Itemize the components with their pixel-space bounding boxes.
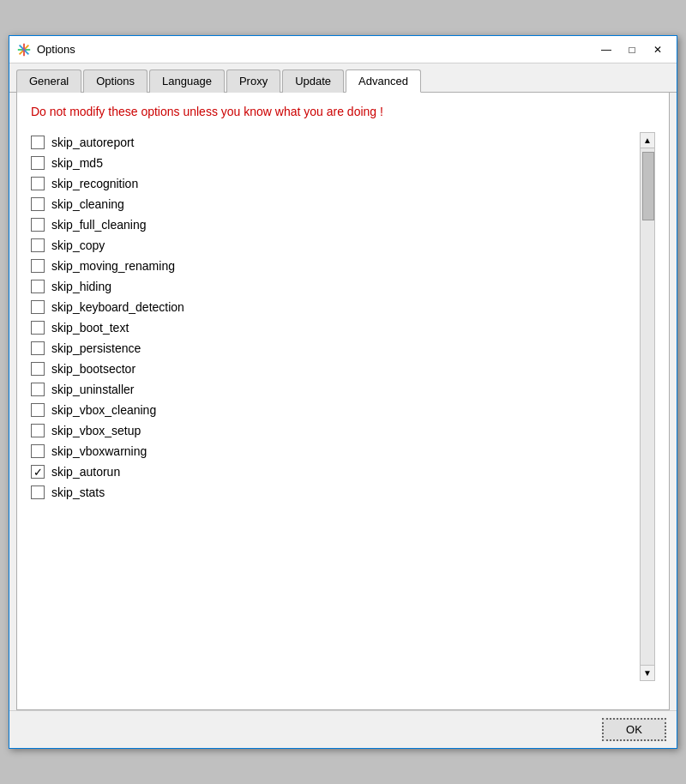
tab-advanced[interactable]: Advanced	[346, 69, 421, 93]
option-item-skip_bootsector: skip_bootsector	[31, 359, 636, 379]
option-label-skip_stats: skip_stats	[51, 485, 105, 499]
scrollbar-down-button[interactable]: ▼	[641, 665, 654, 680]
option-label-skip_copy: skip_copy	[51, 238, 105, 252]
option-item-skip_copy: skip_copy	[31, 235, 636, 256]
option-label-skip_keyboard_detection: skip_keyboard_detection	[51, 300, 184, 314]
option-label-skip_hiding: skip_hiding	[51, 280, 111, 293]
option-item-skip_hiding: skip_hiding	[31, 276, 636, 297]
option-item-skip_autoreport: skip_autoreport	[31, 132, 636, 153]
tab-proxy[interactable]: Proxy	[226, 69, 280, 93]
maximize-button[interactable]: □	[620, 41, 644, 58]
content-area: Do not modify these options unless you k…	[16, 93, 670, 710]
checkbox-skip_persistence[interactable]	[31, 341, 45, 355]
option-label-skip_bootsector: skip_bootsector	[51, 362, 135, 376]
checkbox-skip_vboxwarning[interactable]	[31, 444, 45, 458]
option-label-skip_uninstaller: skip_uninstaller	[51, 383, 135, 396]
scrollbar-up-button[interactable]: ▲	[641, 133, 654, 148]
app-icon	[16, 42, 32, 57]
tab-options[interactable]: Options	[83, 69, 147, 93]
title-bar-left: Options	[16, 42, 75, 57]
scrollbar-thumb[interactable]	[642, 152, 654, 220]
option-item-skip_keyboard_detection: skip_keyboard_detection	[31, 297, 636, 317]
checkbox-skip_md5[interactable]	[31, 156, 45, 170]
options-list: skip_autoreportskip_md5skip_recognitions…	[31, 132, 640, 681]
checkbox-skip_vbox_setup[interactable]	[31, 424, 45, 437]
option-label-skip_md5: skip_md5	[51, 156, 103, 170]
option-label-skip_moving_renaming: skip_moving_renaming	[51, 259, 175, 273]
options-scroll-container: skip_autoreportskip_md5skip_recognitions…	[31, 132, 655, 681]
close-button[interactable]: ✕	[646, 41, 670, 58]
window-title: Options	[37, 43, 75, 56]
checkbox-skip_autorun[interactable]	[31, 465, 45, 479]
minimize-button[interactable]: —	[594, 41, 618, 58]
checkbox-skip_boot_text[interactable]	[31, 321, 45, 335]
option-item-skip_cleaning: skip_cleaning	[31, 194, 636, 214]
warning-text: Do not modify these options unless you k…	[31, 105, 655, 118]
checkbox-skip_uninstaller[interactable]	[31, 383, 45, 396]
option-label-skip_boot_text: skip_boot_text	[51, 321, 129, 335]
checkbox-skip_moving_renaming[interactable]	[31, 259, 45, 273]
option-item-skip_boot_text: skip_boot_text	[31, 317, 636, 338]
checkbox-skip_vbox_cleaning[interactable]	[31, 403, 45, 417]
tab-general[interactable]: General	[16, 69, 81, 93]
option-item-skip_md5: skip_md5	[31, 153, 636, 173]
option-label-skip_vboxwarning: skip_vboxwarning	[51, 444, 147, 458]
option-item-skip_vbox_setup: skip_vbox_setup	[31, 420, 636, 441]
tab-language[interactable]: Language	[149, 69, 225, 93]
checkbox-skip_copy[interactable]	[31, 238, 45, 252]
scrollbar-track: ▲ ▼	[640, 132, 655, 681]
tab-bar: General Options Language Proxy Update Ad…	[9, 63, 677, 93]
title-bar: Options — □ ✕	[9, 36, 677, 63]
option-label-skip_persistence: skip_persistence	[51, 341, 141, 355]
option-item-skip_persistence: skip_persistence	[31, 338, 636, 359]
option-item-skip_autorun: skip_autorun	[31, 461, 636, 482]
option-item-skip_moving_renaming: skip_moving_renaming	[31, 256, 636, 276]
option-item-skip_recognition: skip_recognition	[31, 173, 636, 194]
checkbox-skip_cleaning[interactable]	[31, 197, 45, 211]
ok-button[interactable]: OK	[602, 718, 666, 741]
option-item-skip_vbox_cleaning: skip_vbox_cleaning	[31, 400, 636, 420]
option-item-skip_full_cleaning: skip_full_cleaning	[31, 214, 636, 235]
options-window: Options — □ ✕ General Options Language P…	[9, 35, 677, 749]
checkbox-skip_recognition[interactable]	[31, 177, 45, 190]
title-controls: — □ ✕	[594, 41, 670, 58]
option-label-skip_vbox_cleaning: skip_vbox_cleaning	[51, 403, 156, 417]
option-label-skip_vbox_setup: skip_vbox_setup	[51, 424, 141, 437]
checkbox-skip_bootsector[interactable]	[31, 362, 45, 376]
svg-point-4	[22, 48, 26, 51]
footer-area: OK	[9, 710, 677, 748]
option-item-skip_uninstaller: skip_uninstaller	[31, 379, 636, 400]
checkbox-skip_autoreport[interactable]	[31, 136, 45, 149]
option-item-skip_vboxwarning: skip_vboxwarning	[31, 441, 636, 461]
option-label-skip_autoreport: skip_autoreport	[51, 136, 135, 149]
footer-wrapper: OK	[9, 710, 677, 748]
option-label-skip_recognition: skip_recognition	[51, 177, 138, 190]
option-item-skip_stats: skip_stats	[31, 482, 636, 503]
option-label-skip_autorun: skip_autorun	[51, 465, 120, 479]
checkbox-skip_stats[interactable]	[31, 485, 45, 499]
checkbox-skip_full_cleaning[interactable]	[31, 218, 45, 232]
tab-update[interactable]: Update	[282, 69, 344, 93]
option-label-skip_full_cleaning: skip_full_cleaning	[51, 218, 147, 232]
checkbox-skip_keyboard_detection[interactable]	[31, 300, 45, 314]
checkbox-skip_hiding[interactable]	[31, 280, 45, 293]
option-label-skip_cleaning: skip_cleaning	[51, 197, 124, 211]
